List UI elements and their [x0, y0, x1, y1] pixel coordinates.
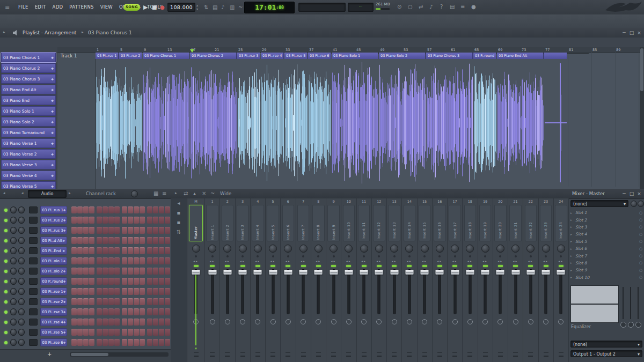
fx-enable-circle[interactable]	[255, 319, 260, 324]
step-cell[interactable]	[83, 298, 89, 305]
step-cell[interactable]	[153, 319, 158, 326]
step-cell[interactable]	[103, 319, 108, 326]
step-cell[interactable]	[140, 278, 145, 285]
step-cell[interactable]	[128, 206, 133, 213]
channel-target-box[interactable]	[29, 278, 37, 285]
rail-icon-1[interactable]: ▪	[177, 210, 181, 216]
eq-slider-1[interactable]	[623, 287, 624, 319]
step-cell[interactable]	[71, 257, 77, 264]
step-cell[interactable]	[114, 298, 120, 305]
mixer-icon[interactable]: ≡	[460, 4, 465, 10]
mixer-insert-strip[interactable]: 2Insert 2◂▸	[220, 198, 235, 362]
mixer-insert-strip[interactable]: 17Insert 17◂▸	[448, 198, 463, 362]
fader-handle[interactable]	[496, 270, 504, 275]
step-cell[interactable]	[165, 339, 170, 346]
step-cell[interactable]	[165, 257, 170, 264]
swing-knob[interactable]	[131, 190, 138, 197]
channel-button[interactable]: 03 Pi..rus 3✚	[40, 226, 67, 234]
step-cell[interactable]	[134, 257, 139, 264]
channel-enable-led[interactable]	[4, 331, 8, 334]
mixer-mute-led[interactable]	[407, 265, 412, 267]
step-cell[interactable]	[108, 227, 114, 234]
mixer-pan-knob[interactable]	[421, 245, 429, 253]
keyboard-icon[interactable]: ▤	[213, 5, 217, 10]
step-cell[interactable]	[134, 227, 139, 234]
eq-knob-1[interactable]	[620, 322, 626, 328]
channel-button[interactable]: 03 Pi..rse 6✚	[40, 338, 67, 346]
mixer-mute-led[interactable]	[210, 265, 215, 267]
pattern-list-item[interactable]: 03 Piano Verse 2✚	[1, 149, 56, 159]
mixer-insert-strip[interactable]: 9Insert 9◂▸	[326, 198, 341, 362]
mixer-sep-control[interactable]: ◂▸	[467, 260, 473, 263]
playlist-clip[interactable]: 03 Piano End Alt	[497, 53, 544, 59]
mixer-fader[interactable]	[387, 269, 401, 316]
step-cell[interactable]	[114, 268, 120, 275]
window-menu-icon[interactable]: ▸	[3, 31, 5, 34]
step-cell[interactable]	[83, 237, 89, 244]
channel-group-selector[interactable]: Audio	[28, 190, 67, 198]
fx-slot[interactable]: ▸Slot 5○	[570, 238, 642, 245]
mixer-pan-knob[interactable]	[330, 245, 338, 253]
mixer-fader[interactable]	[311, 269, 326, 316]
step-cell[interactable]	[108, 339, 114, 346]
step-cell[interactable]	[71, 268, 77, 275]
pattern-list-item[interactable]: 03 Piano Solo 1✚	[1, 106, 56, 116]
fx-slot[interactable]: ▸Slot 10○	[570, 274, 642, 281]
step-cell[interactable]	[159, 329, 164, 336]
fx-enable-circle[interactable]	[482, 319, 488, 324]
mixer-mute-led[interactable]	[467, 265, 472, 267]
channel-button[interactable]: 03 Pi..olo 2✚	[40, 267, 67, 275]
step-cell[interactable]	[134, 288, 139, 295]
step-cell[interactable]	[159, 308, 164, 315]
close-button[interactable]: ×	[635, 189, 643, 198]
mixer-fader[interactable]	[281, 269, 295, 316]
step-cell[interactable]	[108, 288, 114, 295]
props-knob-2[interactable]	[638, 201, 644, 207]
mixer-insert-strip[interactable]: 1Insert 1◂▸	[205, 198, 220, 362]
tempo-nudge-icons[interactable]: ▴▾	[196, 3, 198, 11]
playlist-clip[interactable]: 03 Pi..rse 1	[96, 53, 119, 59]
fx-enable-circle[interactable]	[346, 319, 352, 324]
step-cell[interactable]	[114, 257, 120, 264]
channel-pan-knob[interactable]	[10, 329, 17, 336]
channel-pan-knob[interactable]	[10, 268, 17, 275]
fader-handle[interactable]	[451, 270, 459, 275]
step-cell[interactable]	[114, 319, 120, 326]
mixer-fader[interactable]	[448, 269, 462, 316]
step-cell[interactable]	[83, 227, 89, 234]
mixer-insert-strip[interactable]: 14Insert 14◂▸	[402, 198, 417, 362]
fader-handle[interactable]	[284, 270, 292, 275]
step-cell[interactable]	[147, 217, 152, 224]
step-cell[interactable]	[128, 227, 133, 234]
step-cell[interactable]	[128, 217, 133, 224]
fader-handle[interactable]	[481, 270, 489, 275]
step-cell[interactable]	[114, 339, 120, 346]
mixer-track-label[interactable]: Insert 7	[297, 205, 310, 241]
channel-volume-knob[interactable]	[18, 206, 25, 213]
mixer-sep-control[interactable]: ◂▸	[361, 260, 367, 263]
step-cell[interactable]	[122, 329, 127, 336]
step-cell[interactable]	[71, 217, 77, 224]
step-cell[interactable]	[140, 257, 145, 264]
mixer-sep-control[interactable]: ◂▸	[316, 260, 321, 263]
mixer-insert-strip[interactable]: 8Insert 8◂▸	[311, 198, 326, 362]
step-cell[interactable]	[71, 288, 77, 295]
step-cell[interactable]	[89, 288, 94, 295]
keyboard-editor-icon[interactable]: ≡	[162, 191, 166, 196]
mixer-track-label[interactable]: Insert 14	[404, 205, 416, 241]
step-cell[interactable]	[89, 247, 94, 254]
mixer-track-label[interactable]: Insert 12	[373, 205, 385, 241]
step-cell[interactable]	[128, 319, 133, 326]
step-cell[interactable]	[103, 278, 108, 285]
mixer-track-label[interactable]: Insert 1	[206, 205, 218, 241]
step-cell[interactable]	[134, 329, 139, 336]
fx-slot[interactable]: ▸Slot 1○	[570, 209, 642, 216]
step-cell[interactable]	[134, 319, 139, 326]
step-cell[interactable]	[165, 217, 170, 224]
step-cell[interactable]	[153, 206, 158, 213]
channel-button[interactable]: 03 Pi..End✚	[40, 247, 67, 255]
step-cell[interactable]	[114, 288, 120, 295]
mixer-fader[interactable]	[326, 269, 341, 316]
step-cell[interactable]	[128, 278, 133, 285]
rack-menu-icon[interactable]: ◂	[3, 191, 5, 195]
